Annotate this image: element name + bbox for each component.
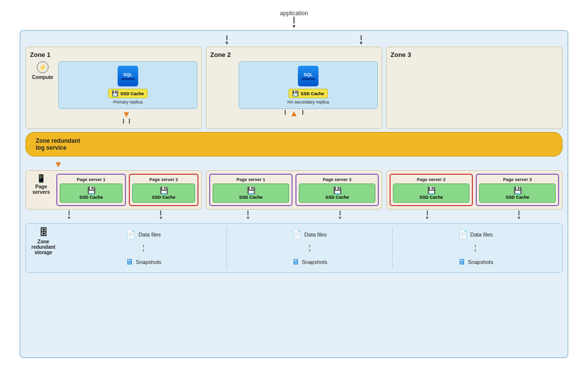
ps3-z2-icon: 💾 bbox=[333, 186, 342, 194]
snapshot-icon-3: 🖥 bbox=[458, 258, 466, 266]
ps1-z1-card: Page server 1 💾 SSD Cache bbox=[56, 174, 126, 206]
sql-icon-z2: SQL bbox=[298, 66, 318, 86]
ps1-z2-label: Page server 1 bbox=[237, 177, 266, 182]
top-app-area: application ▼ bbox=[10, 10, 578, 29]
zone-1: Zone 1 ⚡ Compute SQL 💾 bbox=[25, 47, 202, 129]
ps3-z3-card: Page server 3 💾 SSD Cache bbox=[476, 174, 559, 206]
storage-label: 🗄 Zone redundant storage bbox=[30, 228, 57, 255]
snapshot-icon-1: 🖥 bbox=[125, 258, 133, 266]
ha-replica-card: SQL 💾 SSD Cache HA secondary replica bbox=[239, 61, 378, 109]
ps3-z2-card: Page server 3 💾 SSD Cache bbox=[295, 174, 379, 206]
arrows-z2: ▲ bbox=[210, 109, 378, 119]
zone-2-compute: SQL 💾 SSD Cache HA secondary replica bbox=[210, 61, 378, 109]
page-servers-label-z1: 📱 Page servers bbox=[29, 174, 53, 195]
zone-1-compute: ⚡ Compute SQL 💾 SSD Cache Prima bbox=[30, 61, 197, 109]
dashed-z1 bbox=[30, 119, 197, 125]
ssd-chip-icon-z2: 💾 bbox=[292, 90, 299, 97]
ps1-z2-icon: 💾 bbox=[247, 186, 255, 194]
zone-2: Zone 2 SQL 💾 SSD Cache HA secondary repl… bbox=[206, 47, 382, 129]
data-file-icon-2: 📄 bbox=[292, 230, 302, 239]
log-to-ps-arrow: ▼ bbox=[25, 159, 563, 170]
storage-zone-3: 📄 Data files 🖥 Snapshots bbox=[392, 228, 558, 268]
zone-1-label: Zone 1 bbox=[30, 51, 197, 58]
ps-zone-1: 📱 Page servers Page server 1 💾 SSD Cache bbox=[25, 170, 202, 210]
storage-section: 🗄 Zone redundant storage 📄 Data files 🖥 … bbox=[25, 223, 563, 273]
ssd-cache-z2: 💾 SSD Cache bbox=[289, 89, 327, 98]
snapshots-1: 🖥 Snapshots bbox=[125, 258, 161, 266]
main-diagram: ▼ ▼ Zone 1 ⚡ Compute bbox=[20, 30, 568, 358]
snapshots-3: 🖥 Snapshots bbox=[458, 258, 493, 266]
ps-zone-2: Page server 1 💾 SSD Cache Page server 3 … bbox=[206, 170, 382, 210]
storage-zones: 📄 Data files 🖥 Snapshots 📄 Data files bbox=[61, 228, 558, 268]
zone-3: Zone 3 bbox=[386, 47, 563, 129]
compute-icon-z1: ⚡ bbox=[37, 61, 49, 73]
ps1-z1-ssd-icon: 💾 bbox=[87, 186, 96, 194]
ps1-z2-ssd: 💾 SSD Cache bbox=[213, 184, 289, 203]
data-file-icon-1: 📄 bbox=[126, 230, 136, 239]
ps2-z3-ssd: 💾 SSD Cache bbox=[393, 184, 469, 203]
ps3-z2-ssd: 💾 SSD Cache bbox=[299, 184, 375, 203]
ps1-z2-card: Page server 1 💾 SSD Cache bbox=[209, 174, 293, 206]
snapshot-icon-2: 🖥 bbox=[292, 258, 299, 266]
log-service-label: Zone redundant log service bbox=[36, 137, 80, 151]
ps2-z3-icon: 💾 bbox=[427, 186, 436, 194]
arrow-z1-down: ▼ bbox=[30, 109, 197, 119]
diagram-container: application ▼ ▼ ▼ bbox=[10, 10, 578, 358]
ssd-chip-icon-z1: 💾 bbox=[112, 90, 119, 97]
storage-zone-2: 📄 Data files 🖥 Snapshots bbox=[227, 228, 393, 268]
storage-icon: 🗄 bbox=[39, 228, 48, 238]
page-servers-row: 📱 Page servers Page server 1 💾 SSD Cache bbox=[25, 170, 563, 210]
storage-zone-1: 📄 Data files 🖥 Snapshots bbox=[61, 228, 227, 268]
ssd-cache-z1: 💾 SSD Cache bbox=[108, 89, 147, 98]
ps1-z1-label: Page server 1 bbox=[77, 177, 106, 182]
ps-cards-z1: Page server 1 💾 SSD Cache Page server 2 … bbox=[56, 174, 198, 206]
dashed-line-2 bbox=[309, 245, 310, 252]
data-files-1: 📄 Data files bbox=[126, 230, 161, 239]
zones-row: Zone 1 ⚡ Compute SQL 💾 bbox=[25, 47, 563, 129]
snapshots-2: 🖥 Snapshots bbox=[292, 258, 327, 266]
dashed-line-3 bbox=[475, 245, 476, 252]
ps2-z1-card: Page server 2 💾 SSD Cache bbox=[129, 174, 198, 206]
sql-icon-z1: SQL bbox=[118, 66, 138, 86]
ps3-z2-label: Page server 3 bbox=[323, 177, 352, 182]
zone-3-label: Zone 3 bbox=[391, 51, 558, 58]
data-files-2: 📄 Data files bbox=[292, 230, 327, 239]
data-files-3: 📄 Data files bbox=[458, 230, 493, 239]
compute-label-z1: ⚡ Compute bbox=[30, 61, 55, 80]
ps3-z3-ssd: 💾 SSD Cache bbox=[479, 184, 556, 203]
replica-label-z1: Primary replica bbox=[113, 100, 143, 105]
ps2-z1-ssd-icon: 💾 bbox=[160, 186, 168, 194]
replica-label-z2: HA secondary replica bbox=[287, 100, 329, 105]
ps3-z3-label: Page server 3 bbox=[503, 177, 532, 182]
compute-text-z1: Compute bbox=[32, 75, 53, 80]
ps2-z1-label: Page server 2 bbox=[149, 177, 178, 182]
zone-2-label: Zone 2 bbox=[210, 51, 378, 58]
app-label: application bbox=[280, 10, 308, 17]
log-service-band: Zone redundant log service bbox=[25, 132, 563, 157]
data-file-icon-3: 📄 bbox=[458, 230, 468, 239]
ps-zone-3: Page server 2 💾 SSD Cache Page server 3 … bbox=[386, 170, 563, 210]
ps2-z3-card: Page server 2 💾 SSD Cache bbox=[390, 174, 473, 206]
dashed-line-1 bbox=[143, 245, 144, 252]
ps2-z1-ssd: 💾 SSD Cache bbox=[132, 184, 195, 203]
primary-replica-card: SQL 💾 SSD Cache Primary replica bbox=[58, 61, 197, 109]
ps1-z1-ssd: 💾 SSD Cache bbox=[60, 184, 122, 203]
ps-to-storage-arrows: ▼ ▼ ▼ ▼ ▼ bbox=[25, 210, 563, 220]
ps2-z3-label: Page server 2 bbox=[417, 177, 446, 182]
ps3-z3-icon: 💾 bbox=[514, 186, 522, 194]
